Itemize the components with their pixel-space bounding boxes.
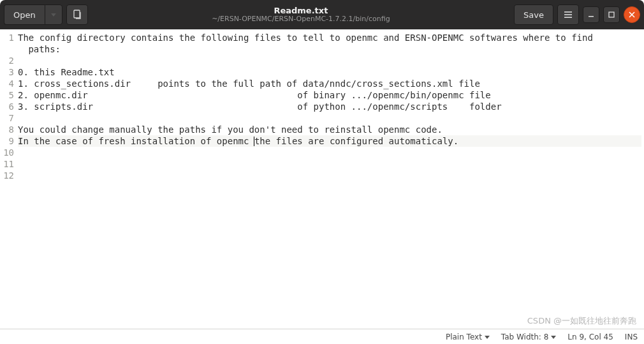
open-split-button: Open: [4, 4, 62, 25]
header-right: Save: [514, 4, 640, 25]
line-number: 11: [0, 158, 14, 170]
new-tab-button[interactable]: [66, 4, 88, 25]
code-line: 2. openmc.dir of binary .../openmc/bin/o…: [18, 89, 641, 101]
header-title-area: Readme.txt ~/ERSN-OPENMC/ERSN-OpenMC-1.7…: [92, 6, 510, 23]
svg-rect-2: [564, 14, 572, 15]
text-content[interactable]: The config directory contains the follow…: [17, 29, 644, 329]
line-number: 6: [0, 101, 14, 112]
tab-width-selector[interactable]: Tab Width: 8: [501, 333, 556, 341]
line-number-blank: [0, 43, 14, 55]
chevron-down-icon: [51, 13, 56, 17]
cursor-position-label: Ln 9, Col 45: [567, 333, 613, 341]
code-line: [18, 158, 641, 170]
maximize-button[interactable]: [603, 6, 620, 23]
text-cursor: [254, 137, 254, 146]
tab-width-label: Tab Width: 8: [501, 333, 548, 341]
open-button[interactable]: Open: [4, 4, 45, 25]
line-number: 1: [0, 32, 14, 43]
menu-button[interactable]: [557, 4, 579, 25]
line-number: 7: [0, 112, 14, 124]
code-line: The config directory contains the follow…: [18, 32, 641, 43]
svg-rect-0: [74, 10, 80, 18]
language-mode-label: Plain Text: [446, 333, 482, 341]
line-number-gutter: 1 2 3 4 5 6 7 8 9 10 11 12: [0, 29, 17, 329]
hamburger-icon: [563, 10, 573, 20]
code-line: 1. cross_sections.dir points to the full…: [18, 78, 641, 89]
code-line: 0. this Readme.txt: [18, 66, 641, 78]
line-number: 3: [0, 66, 14, 78]
insert-mode-toggle[interactable]: INS: [625, 333, 638, 341]
svg-rect-3: [564, 17, 572, 18]
maximize-icon: [608, 11, 615, 19]
code-line: paths:: [18, 43, 641, 55]
language-mode-selector[interactable]: Plain Text: [446, 333, 490, 341]
minimize-button[interactable]: [583, 6, 599, 23]
line-number: 10: [0, 147, 14, 158]
close-icon: [628, 11, 636, 19]
code-line: [18, 170, 641, 181]
insert-mode-label: INS: [625, 333, 638, 341]
code-line: [18, 147, 641, 158]
code-line: You could change manually the paths if y…: [18, 124, 641, 135]
line-number: 5: [0, 89, 14, 101]
editor-area: 1 2 3 4 5 6 7 8 9 10 11 12 The config di…: [0, 29, 644, 329]
chevron-down-icon: [551, 336, 556, 339]
chevron-down-icon: [485, 336, 490, 339]
status-bar: Plain Text Tab Width: 8 Ln 9, Col 45 INS: [0, 329, 644, 344]
svg-rect-4: [589, 16, 594, 17]
cursor-position: Ln 9, Col 45: [567, 333, 613, 341]
svg-rect-5: [609, 12, 614, 17]
line-number: 2: [0, 55, 14, 66]
header-bar: Open Readme.txt ~/ERSN-OPENMC/ERSN-OpenM…: [0, 0, 644, 29]
svg-rect-1: [564, 11, 572, 13]
code-line: [18, 112, 641, 124]
new-document-icon: [72, 10, 82, 20]
line-number: 9: [0, 135, 14, 147]
window-subtitle: ~/ERSN-OPENMC/ERSN-OpenMC-1.7.2.1/bin/co…: [212, 15, 390, 23]
line-number: 12: [0, 170, 14, 181]
open-dropdown-button[interactable]: [45, 4, 62, 25]
line-number: 8: [0, 124, 14, 135]
line-number: 4: [0, 78, 14, 89]
close-button[interactable]: [624, 6, 640, 23]
window-title: Readme.txt: [274, 6, 328, 15]
minimize-icon: [587, 11, 595, 19]
code-line-current: In the case of fresh installation of ope…: [18, 135, 641, 147]
save-button[interactable]: Save: [514, 4, 553, 25]
code-line: 3. scripts.dir of python .../openmc/scri…: [18, 101, 641, 112]
header-left: Open: [4, 4, 88, 25]
code-line: [18, 55, 641, 66]
